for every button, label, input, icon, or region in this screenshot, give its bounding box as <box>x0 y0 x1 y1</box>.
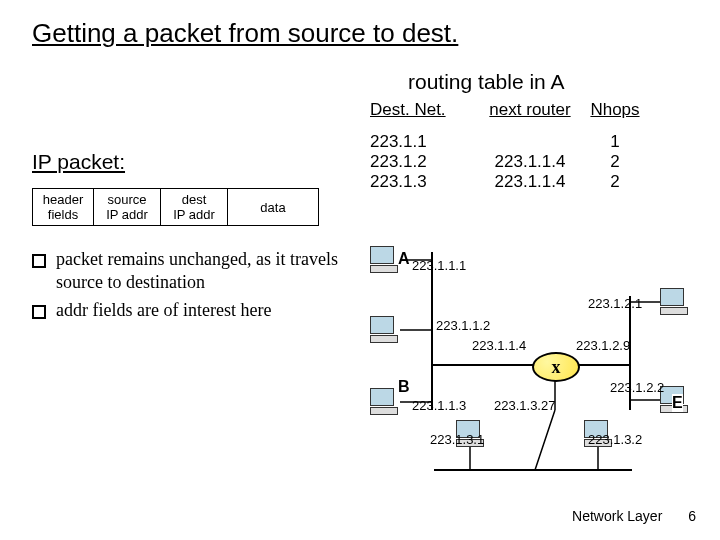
svg-line-13 <box>535 410 555 470</box>
ip-122: 223.1.2.2 <box>610 380 664 395</box>
ip-a: 223.1.1.1 <box>412 258 466 273</box>
ip-packet-label: IP packet: <box>32 150 352 174</box>
bullet-icon <box>32 305 46 319</box>
ip-113: 223.1.1.3 <box>412 398 466 413</box>
packet-box: header fields source IP addr dest IP add… <box>32 188 319 226</box>
list-item: addr fields are of interest here <box>32 299 352 322</box>
th-nhops: Nhops <box>585 100 645 120</box>
pkt-src-top: source <box>99 192 155 207</box>
ip-129: 223.1.2.9 <box>576 338 630 353</box>
host-icon <box>660 288 690 316</box>
ip-121: 223.1.2.1 <box>588 296 642 311</box>
bullet-list: packet remains unchanged, as it travels … <box>32 248 352 322</box>
th-dest: Dest. Net. <box>370 100 475 120</box>
host-b-icon <box>370 316 400 344</box>
routing-subtitle: routing table in A <box>408 70 564 94</box>
host-icon <box>370 388 400 416</box>
pkt-src-bot: IP addr <box>99 207 155 222</box>
table-row: 223.1.2 223.1.1.4 2 <box>370 152 645 172</box>
label-e: E <box>672 394 683 412</box>
ip-114: 223.1.1.4 <box>472 338 526 353</box>
bullet-text: addr fields are of interest here <box>56 299 271 322</box>
pkt-data: data <box>228 189 318 225</box>
host-a-icon <box>370 246 400 274</box>
router-icon: x <box>532 352 580 382</box>
list-item: packet remains unchanged, as it travels … <box>32 248 352 293</box>
pkt-dst-bot: IP addr <box>166 207 222 222</box>
routing-table: Dest. Net. next router Nhops 223.1.1 1 2… <box>370 100 645 192</box>
footer-text: Network Layer <box>572 508 662 524</box>
pkt-dst-top: dest <box>166 192 222 207</box>
router-mark: x <box>552 357 561 378</box>
ip-132: 223.1.3.2 <box>588 432 642 447</box>
table-row: 223.1.3 223.1.1.4 2 <box>370 172 645 192</box>
th-next: next router <box>475 100 585 120</box>
label-b: B <box>398 378 410 396</box>
label-a: A <box>398 250 410 268</box>
network-diagram: x A B E 223.1.1.1 223.1.1.2 223.1.1.3 22… <box>370 240 680 500</box>
slide-footer: Network Layer 6 <box>572 508 696 524</box>
left-column: IP packet: header fields source IP addr … <box>32 150 352 328</box>
bullet-icon <box>32 254 46 268</box>
network-links <box>370 240 680 500</box>
table-row: 223.1.1 1 <box>370 132 645 152</box>
pkt-header-bot: fields <box>38 207 88 222</box>
ip-1327: 223.1.3.27 <box>494 398 555 413</box>
page-number: 6 <box>688 508 696 524</box>
page-title: Getting a packet from source to dest. <box>32 18 720 49</box>
ip-131: 223.1.3.1 <box>430 432 484 447</box>
pkt-header-top: header <box>38 192 88 207</box>
ip-112: 223.1.1.2 <box>436 318 490 333</box>
bullet-text: packet remains unchanged, as it travels … <box>56 248 352 293</box>
